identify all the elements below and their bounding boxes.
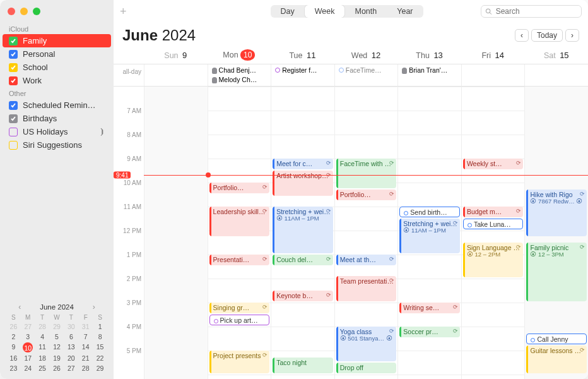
allday-event[interactable]: Brian Tran'… — [399, 66, 460, 75]
allday-event[interactable]: Melody Ch… — [209, 75, 270, 84]
day-header[interactable]: Thu 13 — [397, 47, 461, 64]
close-button[interactable] — [8, 8, 15, 15]
fullscreen-button[interactable] — [33, 8, 40, 15]
event[interactable]: Drop off — [336, 363, 397, 373]
calendar-item[interactable]: Personal — [3, 47, 111, 61]
today-button[interactable]: Today — [531, 29, 563, 42]
calendar-item[interactable]: Work — [3, 74, 111, 87]
allday-event[interactable]: Register f… — [273, 66, 333, 75]
mini-day[interactable]: 11 — [35, 342, 50, 352]
calendar-item[interactable]: Birthdays — [3, 112, 111, 125]
mini-day[interactable]: 20 — [64, 354, 78, 363]
event[interactable]: Family picnic⦿ 12 – 3PM⟳ — [526, 243, 587, 301]
mini-day[interactable]: 3 — [21, 332, 35, 341]
mini-day[interactable]: 31 — [78, 322, 93, 331]
calendar-checkbox[interactable] — [9, 50, 18, 59]
calendar-checkbox[interactable] — [9, 63, 18, 72]
event[interactable]: Keynote b…⟳ — [273, 291, 333, 301]
event[interactable]: Taco night — [273, 358, 333, 373]
event[interactable]: Take Luna… — [463, 219, 524, 229]
calendar-checkbox[interactable] — [9, 114, 18, 123]
mini-day[interactable]: 18 — [35, 354, 50, 363]
event[interactable]: Portfolio…⟳ — [336, 190, 397, 200]
mini-day[interactable]: 13 — [64, 342, 78, 352]
day-column[interactable]: FaceTime with Gran…⟳Portfolio…⟳Meet at t… — [334, 87, 398, 379]
mini-day[interactable]: 30 — [64, 322, 78, 331]
mini-day[interactable]: 17 — [21, 354, 35, 363]
day-header[interactable]: Wed 12 — [334, 47, 398, 64]
calendar-item[interactable]: School — [3, 61, 111, 74]
mini-day[interactable]: 19 — [50, 354, 64, 363]
allday-event[interactable]: FaceTime… — [336, 66, 397, 75]
mini-day[interactable]: 27 — [21, 322, 35, 331]
mini-day[interactable]: 10 — [23, 342, 33, 352]
calendar-checkbox[interactable] — [9, 76, 18, 85]
event[interactable]: Hike with Rigo⦿ 7867 Redw… ⦿ 10AM – 12PM… — [526, 190, 587, 236]
calendar-item[interactable]: Scheduled Remin… — [3, 99, 111, 112]
allday-col[interactable] — [524, 64, 588, 86]
allday-col[interactable]: Register f… — [271, 64, 334, 86]
event[interactable]: Call Jenny — [526, 334, 587, 344]
event[interactable]: Stretching + weights⦿ 11AM – 1PM⟳ — [273, 207, 333, 253]
calendar-item[interactable]: Siri Suggestions — [3, 138, 111, 152]
mini-day[interactable]: 9 — [6, 342, 21, 352]
mini-day[interactable]: 29 — [93, 364, 107, 373]
mini-day[interactable]: 28 — [78, 364, 93, 373]
event[interactable]: Yoga class⦿ 501 Stanya… ⦿ 4 – 5:30PM⟳ — [336, 327, 397, 361]
event[interactable]: Stretching + weights⦿ 11AM – 1PM⟳ — [399, 219, 460, 253]
search-field[interactable] — [481, 5, 582, 18]
mini-day[interactable]: 28 — [35, 322, 50, 331]
mini-day[interactable]: 6 — [64, 332, 78, 341]
event[interactable]: Presentati…⟳ — [209, 255, 270, 265]
day-header[interactable]: Mon 10 — [208, 47, 271, 64]
mini-day[interactable]: 1 — [93, 322, 107, 331]
event[interactable]: Pick up art… — [209, 315, 270, 325]
calendar-item[interactable]: Family — [3, 34, 111, 47]
mini-day[interactable]: 12 — [50, 342, 64, 352]
mini-day[interactable]: 29 — [50, 322, 64, 331]
mini-next-button[interactable]: › — [93, 303, 95, 311]
week-grid[interactable]: 9:41 7 AM8 AM9 AM10 AM11 AM12 PM1 PM2 PM… — [114, 87, 588, 379]
event[interactable]: Meet for c…⟳ — [273, 159, 333, 169]
event[interactable]: FaceTime with Gran…⟳ — [336, 159, 397, 188]
mini-day[interactable]: 7 — [78, 332, 93, 341]
prev-week-button[interactable]: ‹ — [515, 29, 529, 42]
mini-day[interactable]: 27 — [64, 364, 78, 373]
add-event-button[interactable]: + — [120, 5, 127, 18]
allday-event[interactable]: Chad Benj… — [209, 66, 270, 75]
day-column[interactable]: Send birth…Stretching + weights⦿ 11AM – … — [397, 87, 461, 379]
allday-col[interactable]: FaceTime… — [334, 64, 398, 86]
event[interactable]: Writing se…⟳ — [399, 303, 460, 313]
mini-day[interactable]: 4 — [35, 332, 50, 341]
view-year[interactable]: Year — [387, 5, 423, 18]
day-header[interactable]: Fri 14 — [461, 47, 525, 64]
event[interactable]: Weekly st…⟳ — [463, 159, 524, 169]
mini-day[interactable]: 26 — [6, 322, 21, 331]
allday-col[interactable] — [461, 64, 525, 86]
view-month[interactable]: Month — [344, 5, 387, 18]
event[interactable]: Meet at th…⟳ — [336, 255, 397, 265]
calendar-checkbox[interactable] — [9, 141, 18, 150]
event[interactable]: Portfolio…⟳ — [209, 183, 270, 193]
event[interactable]: Singing gr…⟳ — [209, 303, 270, 313]
calendar-checkbox[interactable] — [9, 37, 18, 45]
allday-col[interactable]: Chad Benj…Melody Ch… — [208, 64, 271, 86]
mini-day[interactable]: 21 — [78, 354, 93, 363]
event[interactable]: Guitar lessons wi…⟳ — [526, 346, 587, 373]
calendar-item[interactable]: US Holidays⦘ — [3, 125, 111, 138]
day-header[interactable]: Sun 9 — [144, 47, 208, 64]
mini-day[interactable]: 15 — [93, 342, 107, 352]
mini-day[interactable]: 2 — [6, 332, 21, 341]
event[interactable]: Team presentati…⟳ — [336, 276, 397, 301]
event[interactable]: Send birth… — [399, 207, 460, 217]
mini-day[interactable]: 24 — [21, 364, 35, 373]
mini-day[interactable]: 26 — [50, 364, 64, 373]
day-column[interactable]: Portfolio…⟳Leadership skills work…⟳Prese… — [208, 87, 271, 379]
mini-day[interactable]: 14 — [78, 342, 93, 352]
search-input[interactable] — [496, 7, 577, 16]
day-column[interactable]: Weekly st…⟳Budget m…⟳Take Luna…Sign Lang… — [461, 87, 525, 379]
day-column[interactable]: Meet for c…⟳Artist workshop…⟳Stretching … — [271, 87, 334, 379]
mini-prev-button[interactable]: ‹ — [18, 303, 21, 311]
event[interactable]: Couch del…⟳ — [273, 255, 333, 265]
calendar-checkbox[interactable] — [9, 101, 18, 110]
